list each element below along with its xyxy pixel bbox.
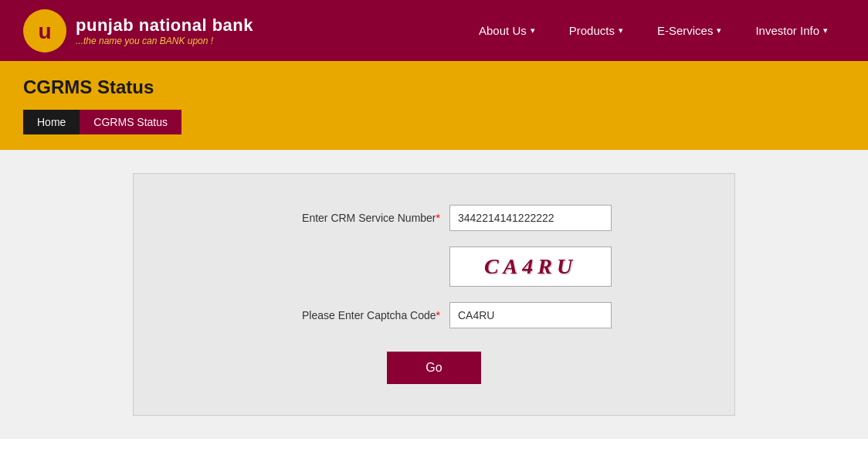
captcha-image-row: CA4RU — [180, 246, 688, 287]
main-nav: About Us ▾ Products ▾ E-Services ▾ Inves… — [462, 0, 845, 61]
breadcrumb: Home CGRMS Status — [0, 110, 868, 150]
captcha-display-text: CA4RU — [484, 254, 577, 279]
content-area: Enter CRM Service Number* CA4RU Please E… — [0, 150, 868, 439]
crm-label: Enter CRM Service Number* — [256, 212, 449, 224]
captcha-image: CA4RU — [449, 246, 612, 287]
nav-eservices[interactable]: E-Services ▾ — [640, 0, 739, 61]
nav-products[interactable]: Products ▾ — [552, 0, 640, 61]
bank-tagline: ...the name you can BANK upon ! — [76, 36, 253, 46]
form-container: Enter CRM Service Number* CA4RU Please E… — [133, 173, 735, 416]
captcha-input[interactable] — [449, 302, 612, 328]
site-header: u punjab national bank ...the name you c… — [0, 0, 868, 61]
breadcrumb-home[interactable]: Home — [23, 110, 80, 134]
go-button[interactable]: Go — [387, 352, 480, 384]
chevron-down-icon: ▾ — [531, 26, 535, 36]
page-title-area: CGRMS Status — [0, 61, 868, 110]
svg-text:u: u — [38, 19, 51, 43]
chevron-down-icon: ▾ — [717, 26, 721, 36]
crm-input[interactable] — [449, 205, 612, 231]
chevron-down-icon: ▾ — [823, 26, 828, 36]
required-star: * — [436, 212, 440, 224]
crm-row: Enter CRM Service Number* — [180, 205, 688, 231]
logo-area: u punjab national bank ...the name you c… — [23, 9, 253, 53]
captcha-label: Please Enter Captcha Code* — [256, 309, 449, 321]
pnb-logo-icon: u — [23, 9, 66, 53]
bank-name: punjab national bank — [76, 15, 253, 36]
nav-investor-info[interactable]: Investor Info ▾ — [738, 0, 845, 61]
required-star-captcha: * — [436, 309, 440, 321]
button-row: Go — [180, 344, 688, 384]
captcha-row: Please Enter Captcha Code* — [180, 302, 688, 328]
logo-text: punjab national bank ...the name you can… — [76, 15, 253, 46]
chevron-down-icon: ▾ — [619, 26, 623, 36]
breadcrumb-current[interactable]: CGRMS Status — [80, 110, 181, 134]
nav-about-us[interactable]: About Us ▾ — [462, 0, 552, 61]
page-title: CGRMS Status — [23, 76, 845, 98]
